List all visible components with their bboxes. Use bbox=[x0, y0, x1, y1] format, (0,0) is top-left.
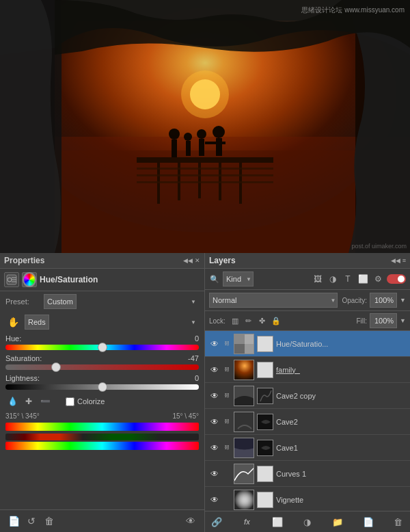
layer-thumbnail bbox=[234, 412, 254, 432]
visibility-button[interactable]: 👁 bbox=[182, 513, 199, 529]
layer-visibility-eye[interactable]: 👁 bbox=[209, 338, 220, 349]
svg-rect-43 bbox=[258, 466, 273, 482]
colorize-row: 💧 ✚ ➖ Colorize bbox=[0, 392, 204, 411]
layer-mask-thumbnail bbox=[257, 388, 273, 404]
adjustment-filter-icon[interactable]: ◑ bbox=[327, 273, 339, 285]
svg-rect-6 bbox=[137, 157, 273, 163]
svg-point-17 bbox=[184, 133, 192, 141]
blend-mode-wrapper: Normal ▼ bbox=[209, 293, 338, 308]
preset-row: Preset: Custom ▼ bbox=[0, 291, 204, 312]
properties-title: Properties bbox=[4, 256, 44, 265]
layer-item[interactable]: 👁 ⛓ Hue/Saturatio... bbox=[205, 331, 410, 357]
layer-visibility-eye[interactable]: 👁 bbox=[209, 468, 220, 479]
layers-collapse-btn[interactable]: ◀◀ bbox=[391, 257, 400, 264]
mask-button[interactable]: ⬜ bbox=[270, 514, 285, 529]
delete-button[interactable]: 🗑 bbox=[41, 513, 57, 529]
search-icon: 🔍 bbox=[209, 274, 220, 284]
colorize-checkbox[interactable] bbox=[66, 397, 74, 406]
watermark-text: 思绪设计论坛 www.missyuan.com bbox=[301, 5, 405, 15]
layer-mask-thumbnail bbox=[257, 414, 273, 430]
colorize-checkbox-label[interactable]: Colorize bbox=[66, 397, 105, 406]
preset-label: Preset: bbox=[5, 297, 40, 306]
new-layer-button[interactable]: 📄 bbox=[361, 514, 376, 529]
range-left-text: 315° \ 345° bbox=[5, 412, 40, 420]
layer-item[interactable]: 👁 ⛓ Cave1 bbox=[205, 435, 410, 461]
preset-select-wrapper: Custom ▼ bbox=[44, 294, 199, 309]
svg-rect-29 bbox=[234, 334, 245, 344]
fill-arrow[interactable]: ▼ bbox=[400, 317, 406, 324]
kind-select[interactable]: Kind bbox=[223, 271, 254, 287]
main-image: 思绪设计论坛 www.missyuan.com post.of uimaker.… bbox=[0, 0, 410, 253]
eyedropper-plus-button[interactable]: ✚ bbox=[22, 395, 36, 408]
fill-input[interactable] bbox=[370, 313, 397, 328]
layer-filter-icons: 🖼 ◑ T ⬜ ⚙ bbox=[312, 273, 406, 285]
layer-visibility-eye[interactable]: 👁 bbox=[209, 390, 220, 401]
lightness-slider[interactable] bbox=[5, 384, 199, 390]
link-layers-button[interactable]: 🔗 bbox=[209, 514, 224, 529]
eyedropper-minus-button[interactable]: ➖ bbox=[38, 395, 52, 408]
folder-button[interactable]: 📁 bbox=[330, 514, 345, 529]
shape-filter-icon[interactable]: ⬜ bbox=[357, 273, 369, 285]
saturation-slider[interactable] bbox=[5, 364, 199, 370]
prop-toolbar: Hue/Saturation bbox=[0, 269, 204, 291]
layer-name: Vignette bbox=[276, 496, 406, 504]
panel-collapse-btn[interactable]: ◀◀ bbox=[183, 257, 193, 264]
hue-slider[interactable] bbox=[5, 345, 199, 350]
eyedropper-button[interactable]: 💧 bbox=[5, 395, 19, 408]
lock-icons: ▥ ✏ ✤ 🔒 bbox=[230, 315, 282, 326]
layer-link-icon: ⛓ bbox=[223, 392, 231, 400]
lock-transparency-icon[interactable]: ▥ bbox=[230, 315, 241, 326]
layer-visibility-eye[interactable]: 👁 bbox=[209, 494, 220, 505]
lock-move-icon[interactable]: ✤ bbox=[257, 315, 268, 326]
layer-item[interactable]: 👁 ⛓ Cave2 copy bbox=[205, 383, 410, 409]
hue-range-row: 315° \ 345° 15° \ 45° bbox=[0, 411, 204, 421]
preset-select[interactable]: Custom bbox=[44, 294, 77, 309]
prop-bottom-toolbar: 📄 ↺ 🗑 👁 bbox=[0, 509, 204, 532]
svg-rect-34 bbox=[234, 360, 254, 380]
lock-all-icon[interactable]: 🔒 bbox=[271, 315, 282, 326]
adjustment-button[interactable]: ◑ bbox=[300, 514, 315, 529]
fx-button[interactable]: fx bbox=[239, 514, 254, 529]
saturation-value: -47 bbox=[178, 354, 199, 362]
layer-item[interactable]: 👁 Curves 1 bbox=[205, 461, 410, 487]
channel-row: ✋ Reds ▼ bbox=[0, 312, 204, 332]
layer-visibility-eye[interactable]: 👁 bbox=[209, 442, 220, 453]
svg-rect-14 bbox=[137, 181, 273, 183]
hue-label: Hue: bbox=[5, 334, 21, 343]
layer-item[interactable]: 👁 ⛓ family_ bbox=[205, 357, 410, 383]
svg-rect-16 bbox=[172, 139, 177, 157]
layer-item[interactable]: 👁 Vignette bbox=[205, 487, 410, 511]
layer-item[interactable]: 👁 ⛓ Cave2 bbox=[205, 409, 410, 435]
svg-rect-45 bbox=[234, 490, 254, 510]
hue-value: 0 bbox=[178, 334, 199, 343]
svg-rect-23 bbox=[205, 142, 226, 144]
svg-rect-32 bbox=[245, 344, 254, 354]
channel-select-wrapper: Reds ▼ bbox=[25, 315, 199, 330]
channel-select[interactable]: Reds bbox=[25, 315, 49, 330]
svg-rect-35 bbox=[258, 362, 273, 378]
smart-filter-icon[interactable]: ⚙ bbox=[372, 273, 384, 285]
opacity-arrow[interactable]: ▼ bbox=[400, 297, 406, 304]
blend-mode-select[interactable]: Normal bbox=[209, 293, 338, 308]
layers-menu-btn[interactable]: ≡ bbox=[402, 257, 406, 264]
layer-visibility-eye[interactable]: 👁 bbox=[209, 364, 220, 375]
pixel-filter-icon[interactable]: 🖼 bbox=[312, 273, 324, 285]
opacity-input[interactable] bbox=[370, 293, 397, 308]
lock-paint-icon[interactable]: ✏ bbox=[243, 315, 254, 326]
filter-toggle[interactable] bbox=[387, 274, 406, 284]
layer-name: Cave2 bbox=[276, 418, 406, 426]
panel-close-btn[interactable]: ✕ bbox=[195, 257, 200, 264]
delete-layer-button[interactable]: 🗑 bbox=[391, 514, 406, 529]
svg-rect-20 bbox=[199, 139, 204, 156]
layer-visibility-eye[interactable]: 👁 bbox=[209, 416, 220, 427]
adjustment-type-icon[interactable] bbox=[4, 272, 19, 287]
layer-thumbnail bbox=[234, 386, 254, 406]
hand-tool-icon[interactable]: ✋ bbox=[5, 315, 20, 330]
bottom-tools-right: 👁 bbox=[182, 513, 199, 529]
svg-point-5 bbox=[181, 70, 229, 118]
new-adjustment-button[interactable]: 📄 bbox=[5, 513, 22, 529]
hue-sat-preview-icon[interactable] bbox=[22, 272, 37, 287]
text-filter-icon[interactable]: T bbox=[342, 273, 354, 285]
lock-label: Lock: bbox=[209, 317, 226, 325]
reset-button[interactable]: ↺ bbox=[23, 513, 40, 529]
